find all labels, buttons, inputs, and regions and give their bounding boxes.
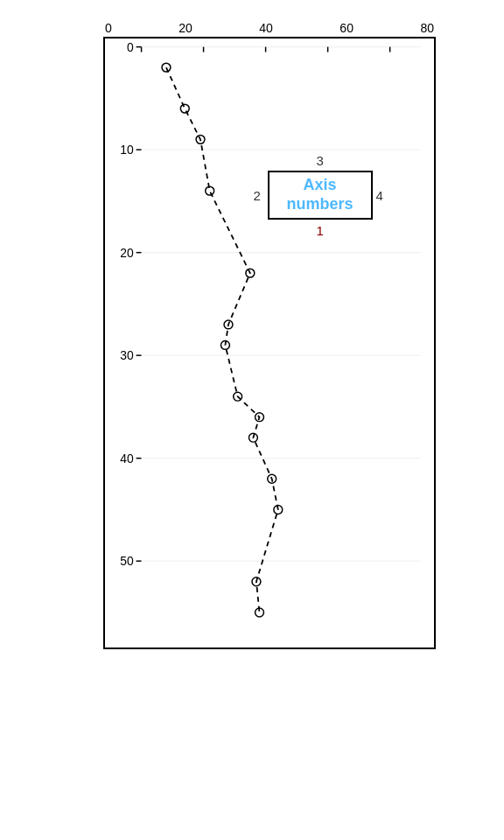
y-axis-label-container: [68, 21, 103, 649]
annotation-num-right: 4: [376, 188, 383, 203]
x-tick-label: 60: [340, 21, 354, 35]
svg-text:10: 10: [120, 143, 134, 157]
x-tick-label: 0: [105, 21, 112, 35]
svg-text:40: 40: [120, 452, 134, 466]
chart-container: 020406080 01020304050 Axis numbers3214: [68, 18, 436, 649]
annotation-num-left: 2: [254, 188, 261, 203]
x-tick-label: 40: [259, 21, 273, 35]
svg-text:20: 20: [120, 246, 134, 260]
x-axis-numbers: 020406080: [103, 21, 436, 35]
x-tick-label: 80: [420, 21, 434, 35]
svg-point-24: [180, 104, 189, 113]
plot-box: 01020304050 Axis numbers3214: [103, 37, 436, 649]
annotation-num-bottom: 1: [317, 223, 324, 238]
svg-text:0: 0: [127, 40, 134, 54]
svg-point-23: [162, 63, 171, 72]
x-tick-label: 20: [178, 21, 192, 35]
svg-text:30: 30: [120, 348, 134, 362]
plot-svg: 01020304050: [105, 38, 434, 648]
svg-text:50: 50: [120, 554, 134, 568]
annotation-box: Axis numbers: [268, 171, 373, 220]
annotation-num-top: 3: [317, 153, 324, 168]
plot-section: 020406080 01020304050 Axis numbers3214: [103, 21, 436, 649]
